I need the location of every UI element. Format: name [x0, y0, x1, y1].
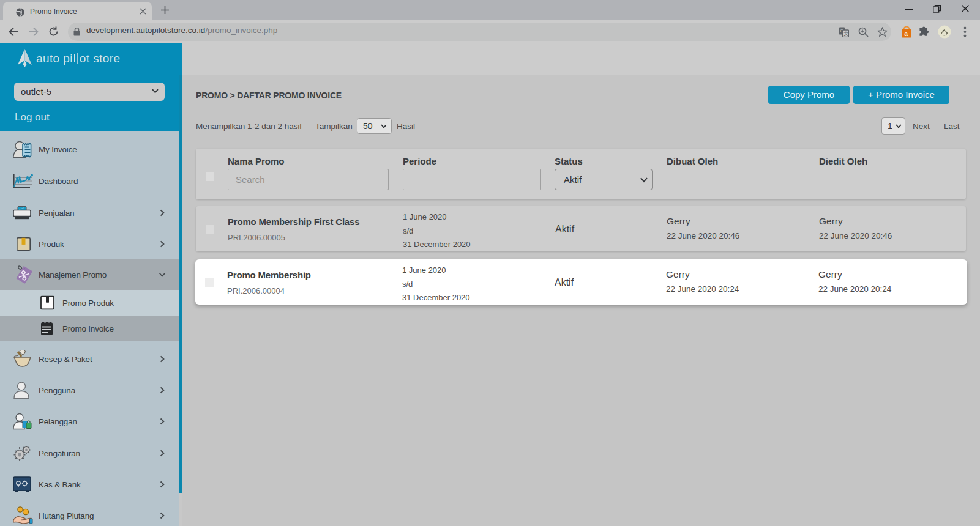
svg-text:文: 文	[844, 31, 849, 37]
svg-text:a: a	[904, 30, 908, 37]
